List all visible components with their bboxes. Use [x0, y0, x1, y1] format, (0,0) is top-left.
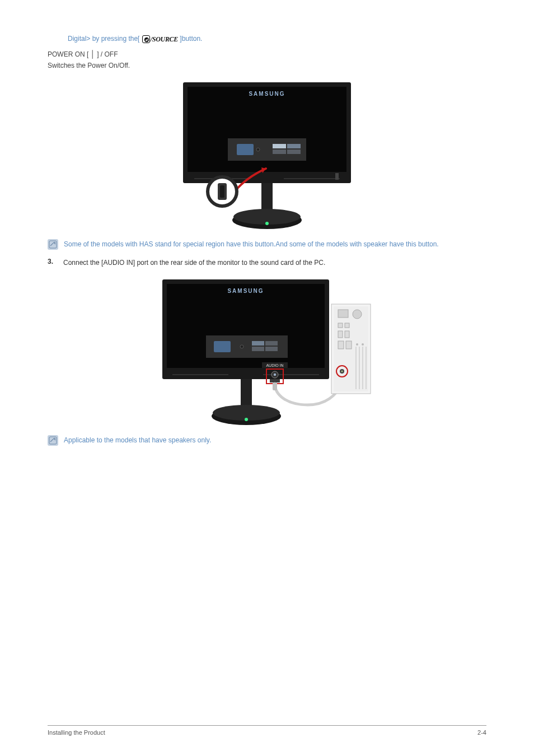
power-desc: Switches the Power On/Off. — [48, 60, 486, 71]
svg-rect-32 — [265, 341, 278, 346]
note-icon — [48, 435, 58, 446]
svg-rect-33 — [252, 347, 264, 351]
power-pre: POWER ON [ — [48, 50, 91, 58]
svg-rect-55 — [345, 323, 349, 328]
figure-audio-in: SAMSUNG AUDIO IN — [48, 279, 486, 425]
svg-point-40 — [245, 418, 248, 421]
svg-rect-37 — [241, 379, 252, 406]
power-symbol: │ — [91, 50, 95, 58]
svg-point-18 — [265, 222, 269, 225]
power-line: POWER ON [ │ ] / OFF — [48, 49, 486, 60]
pc-back-panel — [331, 304, 371, 394]
monitor-power-illustration: SAMSUNG — [177, 82, 357, 229]
svg-rect-9 — [287, 144, 301, 148]
footer-left: Installing the Product — [48, 729, 105, 736]
svg-rect-14 — [335, 173, 339, 180]
note-speakers-only: Applicable to the models that have speak… — [48, 435, 486, 446]
svg-rect-54 — [338, 323, 343, 328]
step-3-num: 3. — [48, 258, 63, 265]
svg-rect-10 — [273, 150, 286, 154]
svg-rect-57 — [345, 331, 349, 338]
note-has-text: Some of the models with HAS stand for sp… — [64, 239, 486, 250]
digital-prefix: Digital> by pressing the[ — [68, 35, 139, 43]
digital-line: Digital> by pressing the[ /SOURCE ]butto… — [68, 34, 486, 44]
page-footer: Installing the Product 2-4 — [48, 725, 486, 736]
step-3-text: Connect the [AUDIO IN] port on the rear … — [63, 258, 486, 268]
svg-rect-29 — [214, 341, 231, 352]
svg-rect-31 — [252, 341, 264, 346]
svg-point-53 — [353, 310, 362, 319]
svg-rect-8 — [273, 144, 286, 148]
svg-point-45 — [274, 374, 276, 376]
svg-rect-11 — [287, 150, 301, 154]
svg-rect-69 — [49, 437, 57, 444]
power-post: ] / OFF — [95, 50, 118, 58]
svg-rect-46 — [270, 379, 280, 382]
svg-point-30 — [240, 345, 243, 348]
digital-suffix: ]button. — [180, 35, 202, 43]
svg-rect-59 — [346, 341, 352, 349]
figure-monitor-power: SAMSUNG — [48, 82, 486, 229]
svg-rect-56 — [338, 331, 343, 338]
svg-text:SAMSUNG: SAMSUNG — [249, 91, 285, 97]
step-3: 3. Connect the [AUDIO IN] port on the re… — [48, 258, 486, 268]
footer-right: 2-4 — [477, 729, 486, 736]
svg-rect-22 — [220, 185, 224, 198]
note-speakers-text: Applicable to the models that have speak… — [64, 435, 486, 446]
note-icon — [48, 239, 58, 250]
source-label: /SOURCE — [151, 35, 178, 43]
page: Digital> by pressing the[ /SOURCE ]butto… — [0, 0, 534, 756]
note-has-stand: Some of the models with HAS stand for sp… — [48, 239, 486, 250]
svg-point-67 — [356, 343, 358, 346]
svg-point-7 — [256, 148, 260, 151]
svg-rect-58 — [338, 341, 344, 349]
top-section: Digital> by pressing the[ /SOURCE ]butto… — [68, 34, 486, 44]
svg-text:AUDIO IN: AUDIO IN — [266, 363, 283, 367]
svg-point-62 — [341, 371, 343, 372]
svg-text:SAMSUNG: SAMSUNG — [227, 288, 264, 294]
svg-rect-6 — [237, 144, 254, 155]
svg-rect-23 — [49, 241, 57, 248]
svg-rect-52 — [338, 310, 348, 318]
enter-icon — [142, 35, 150, 43]
svg-rect-47 — [273, 382, 277, 390]
svg-point-68 — [362, 343, 364, 346]
power-block: POWER ON [ │ ] / OFF Switches the Power … — [48, 49, 486, 71]
svg-rect-15 — [261, 183, 273, 211]
svg-rect-34 — [265, 347, 278, 351]
audio-in-illustration: SAMSUNG AUDIO IN — [158, 279, 376, 425]
